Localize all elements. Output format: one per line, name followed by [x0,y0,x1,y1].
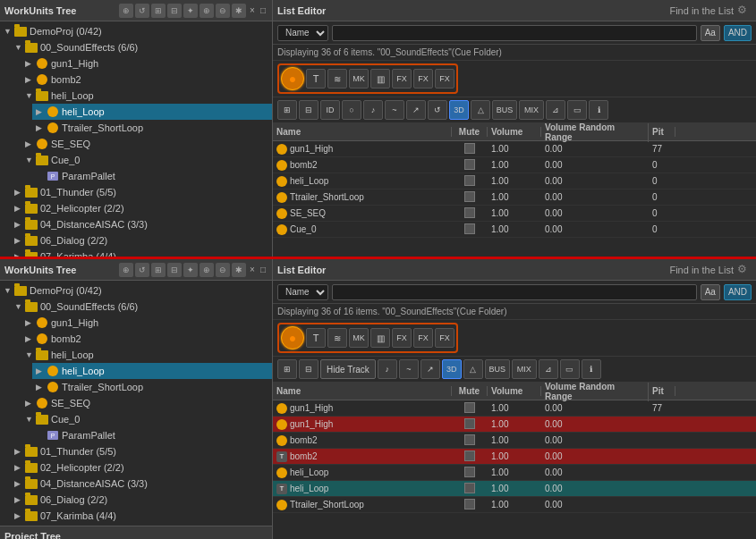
bottom-row-3-checkbox[interactable] [464,451,475,461]
tree-item-seseq[interactable]: ▶ SE_SEQ [21,136,272,152]
bwt-icon-5[interactable]: ✦ [183,263,198,277]
tree-item-heliloop-folder[interactable]: ▼ heli_Loop [21,88,272,104]
top-tb2-loop[interactable]: ↺ [428,100,447,120]
btree-item-helicopter[interactable]: ▶ 02_Helicopter (2/2) [11,459,272,476]
bottom-row-2-checkbox[interactable] [464,434,475,445]
wt-icon-1[interactable]: ⊕ [119,4,133,18]
bottom-row-3[interactable]: T bomb2 1.00 0.00 [273,449,756,465]
top-row-0-mute[interactable] [452,143,488,156]
top-tb2-bus[interactable]: BUS [492,100,517,120]
top-row-0-checkbox[interactable] [464,143,475,154]
top-row-4-checkbox[interactable] [464,207,475,218]
top-tb2-speaker[interactable]: ♪ [363,100,383,120]
bottom-row-2[interactable]: bomb2 1.00 0.00 [273,433,756,449]
btree-item-heliloop-folder[interactable]: ▼ heli_Loop [21,347,272,363]
bottom-tb-fx1[interactable]: FX [392,328,412,348]
bottom-row-3-mute[interactable] [452,451,488,463]
top-row-2-mute[interactable] [452,175,488,188]
bottom-tb2-rect[interactable]: ▭ [560,359,580,379]
bottom-row-5-checkbox[interactable] [464,483,475,493]
top-tb-folder[interactable]: ▥ [370,69,390,88]
bottom-row-6-checkbox[interactable] [464,499,475,510]
top-row-1-checkbox[interactable] [464,159,475,170]
top-row-5-checkbox[interactable] [464,223,475,234]
bwt-icon-3[interactable]: ⊞ [151,263,166,277]
bottom-tb2-arrow[interactable]: ↗ [420,359,440,379]
bottom-tb2-2[interactable]: ⊟ [299,359,319,379]
bwt-icon-7[interactable]: ⊖ [216,263,230,277]
tree-item-cue0[interactable]: ▼ Cue_0 [21,152,272,168]
top-aa-button[interactable]: Aa [701,25,720,41]
wt-icon-3[interactable]: ⊞ [151,4,166,18]
bottom-row-0-checkbox[interactable] [464,402,475,413]
btree-item-soundeffects[interactable]: ▼ 00_SoundEffects (6/6) [11,299,272,315]
tree-item-bomb2[interactable]: ▶ bomb2 [21,72,272,88]
tree-item-helicopter[interactable]: ▶ 02_Helicopter (2/2) [11,200,272,216]
top-workunits-close[interactable]: × [248,5,257,15]
top-gear-icon[interactable]: ⚙ [737,4,752,18]
bottom-aa-button[interactable]: Aa [701,284,720,300]
bottom-row-1-checkbox[interactable] [464,418,475,429]
bottom-row-1[interactable]: gun1_High 1.00 0.00 [273,417,756,433]
tree-item-heliloop-selected[interactable]: ▶ heli_Loop [32,104,272,120]
tree-item-ttrailer[interactable]: ▶ Ttrailer_ShortLoop [32,120,272,136]
top-filter-input[interactable] [332,25,697,41]
btree-item-karimba[interactable]: ▶ 07_Karimba (4/4) [11,508,272,524]
top-filter-dropdown[interactable]: Name [277,25,328,41]
top-workunits-float[interactable]: □ [259,5,268,15]
bottom-row-6-mute[interactable] [452,499,488,511]
bottom-row-0-mute[interactable] [452,402,488,415]
top-tb-wave[interactable]: ≋ [327,69,347,88]
bottom-tb-fx2[interactable]: FX [413,328,433,348]
top-tb-fx2[interactable]: FX [413,69,433,88]
bottom-tb2-wave[interactable]: ~ [399,359,419,379]
tree-item-parampallet[interactable]: P ParamPallet [32,168,272,184]
top-tb2-id[interactable]: ID [320,100,340,120]
bottom-tb2-fade[interactable]: ⊿ [539,359,558,379]
top-tb-fx3[interactable]: FX [435,69,454,88]
btree-item-distanceaisac[interactable]: ▶ 04_DistanceAISAC (3/3) [11,476,272,492]
tree-item-soundeffects[interactable]: ▼ 00_SoundEffects (6/6) [11,39,272,55]
wt-icon-5[interactable]: ✦ [183,4,198,18]
btree-item-parampallet[interactable]: P ParamPallet [32,427,272,443]
top-row-4[interactable]: SE_SEQ 1.00 0.00 0 [273,206,756,222]
bottom-filter-input[interactable] [332,284,697,300]
top-tb2-fade[interactable]: ⊿ [546,100,565,120]
bottom-tb-text-t[interactable]: T [306,328,326,348]
bottom-row-4-checkbox[interactable] [464,467,475,477]
wt-icon-2[interactable]: ↺ [135,4,149,18]
btree-item-thunder[interactable]: ▶ 01_Thunder (5/5) [11,443,272,459]
tree-item-gun1high[interactable]: ▶ gun1_High [21,55,272,72]
tree-item-karimba[interactable]: ▶ 07_Karimba (4/4) [11,248,272,257]
top-and-button[interactable]: AND [724,25,752,41]
bottom-tb2-3d[interactable]: 3D [442,359,462,379]
btree-item-cue0[interactable]: ▼ Cue_0 [21,411,272,427]
tree-item-dialog[interactable]: ▶ 06_Dialog (2/2) [11,232,272,248]
btree-item-demoproj[interactable]: ▼ DemoProj (0/42) [0,282,272,299]
bottom-tb-folder[interactable]: ▥ [370,328,390,348]
bottom-tb2-bus[interactable]: BUS [485,359,510,379]
bottom-tb2-info[interactable]: ℹ [582,359,601,379]
bwt-icon-8[interactable]: ✱ [232,263,246,277]
top-tb-fx1[interactable]: FX [392,69,412,88]
tree-item-distanceaisac[interactable]: ▶ 04_DistanceAISAC (3/3) [11,216,272,232]
bottom-tb2-1[interactable]: ⊞ [277,359,297,379]
top-row-3-mute[interactable] [452,191,488,204]
bottom-tb-fx3[interactable]: FX [435,328,454,348]
top-row-1-mute[interactable] [452,159,488,172]
top-tb-orange-ball[interactable]: ● [281,67,304,90]
top-tb2-info[interactable]: ℹ [589,100,608,120]
top-row-1[interactable]: bomb2 1.00 0.00 0 [273,157,756,173]
bwt-icon-6[interactable]: ⊕ [200,263,214,277]
hide-track-button[interactable]: Hide Track [320,359,376,379]
top-tb2-tri[interactable]: △ [471,100,490,120]
bottom-row-4-mute[interactable] [452,467,488,479]
bottom-tb-orange-ball[interactable]: ● [281,326,304,350]
bottom-tb2-speaker[interactable]: ♪ [378,359,397,379]
top-row-4-mute[interactable] [452,207,488,220]
top-tb2-rect[interactable]: ▭ [567,100,587,120]
top-row-2[interactable]: heli_Loop 1.00 0.00 0 [273,173,756,189]
top-tb2-wave[interactable]: ~ [385,100,404,120]
top-tb2-circle[interactable]: ○ [342,100,361,120]
wt-icon-7[interactable]: ⊖ [216,4,230,18]
